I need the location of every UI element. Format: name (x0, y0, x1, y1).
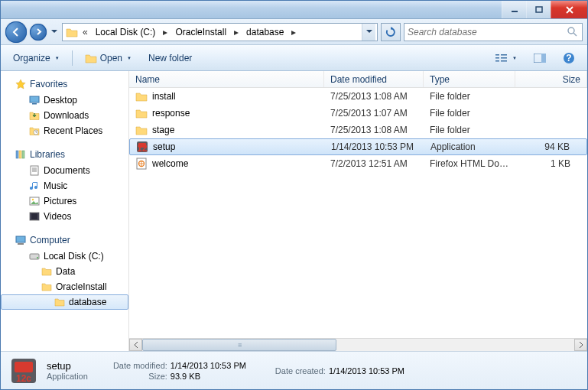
svg-point-34 (37, 257, 38, 258)
nav-label: database (69, 297, 106, 307)
music-icon (28, 180, 41, 192)
computer-header[interactable]: Computer (1, 232, 128, 249)
libraries-icon (15, 148, 27, 161)
svg-rect-6 (495, 54, 499, 56)
desktop-icon (28, 94, 41, 106)
svg-rect-19 (16, 151, 18, 158)
column-header-size[interactable]: Size (515, 71, 587, 87)
file-row[interactable]: install7/25/2013 1:08 AMFile folder (129, 88, 587, 105)
file-row[interactable]: welcome7/2/2013 12:51 AMFirefox HTML Doc… (129, 155, 587, 172)
file-name: install (152, 91, 176, 102)
nav-recent-places[interactable]: Recent Places (1, 123, 128, 138)
chevron-right-icon[interactable]: ▸ (231, 27, 242, 37)
scroll-right-button[interactable] (574, 339, 587, 351)
svg-rect-1 (536, 7, 542, 12)
breadcrumb-bar[interactable]: « Local Disk (C:)▸ OracleInstall▸ databa… (62, 23, 378, 41)
column-header-date[interactable]: Date modified (324, 71, 424, 87)
maximize-button[interactable] (526, 1, 551, 18)
file-row[interactable]: stage7/25/2013 1:08 AMFile folder (129, 122, 587, 138)
nav-videos[interactable]: Videos (1, 209, 128, 224)
crumb-overflow[interactable]: « (80, 27, 91, 37)
svg-rect-17 (32, 103, 37, 105)
svg-text:12: 12 (137, 143, 148, 153)
file-date: 7/2/2013 12:51 AM (324, 158, 424, 169)
explorer-window: « Local Disk (C:)▸ OracleInstall▸ databa… (0, 0, 588, 390)
file-row[interactable]: 12setup1/14/2013 10:53 PMApplication94 K… (129, 138, 587, 155)
view-options-button[interactable]: ▼ (489, 49, 523, 67)
body: Favorites Desktop Downloads Recent Place… (1, 71, 587, 351)
svg-rect-9 (501, 54, 507, 56)
crumb-local-disk[interactable]: Local Disk (C:) (91, 27, 161, 37)
open-button[interactable]: Open▼ (79, 49, 138, 67)
back-button[interactable] (5, 21, 27, 43)
help-button[interactable]: ? (557, 49, 581, 67)
column-header-name[interactable]: Name (129, 71, 324, 87)
search-box[interactable] (404, 23, 583, 41)
crumb-database[interactable]: database (242, 27, 288, 37)
search-input[interactable] (408, 27, 567, 37)
nav-documents[interactable]: Documents (1, 163, 128, 178)
open-icon (85, 52, 97, 64)
refresh-button[interactable] (381, 23, 401, 41)
computer-icon (15, 234, 27, 246)
nav-label: Videos (44, 211, 71, 222)
svg-rect-11 (501, 60, 507, 62)
libraries-header[interactable]: Libraries (1, 146, 128, 163)
file-type: File folder (424, 125, 515, 135)
title-bar[interactable] (1, 1, 587, 19)
folder-icon (54, 296, 66, 308)
nav-desktop[interactable]: Desktop (1, 93, 128, 108)
address-history-dropdown[interactable] (362, 24, 375, 41)
crumb-oracleinstall[interactable]: OracleInstall (171, 27, 231, 37)
selected-file-icon: 12c (8, 356, 39, 386)
folder-icon (64, 24, 80, 40)
file-row[interactable]: response7/25/2013 1:07 AMFile folder (129, 105, 587, 122)
file-date: 7/25/2013 1:08 AM (324, 125, 424, 135)
nav-local-disk-c[interactable]: Local Disk (C:) (1, 249, 128, 264)
file-type: Firefox HTML Doc... (424, 158, 515, 169)
nav-label: OracleInstall (56, 281, 107, 292)
file-list[interactable]: install7/25/2013 1:08 AMFile folderrespo… (129, 88, 587, 338)
svg-rect-13 (541, 54, 546, 63)
file-date: 7/25/2013 1:07 AM (324, 108, 424, 119)
scroll-thumb[interactable]: ≡ (142, 339, 336, 351)
file-type: File folder (424, 91, 515, 102)
nav-pictures[interactable]: Pictures (1, 193, 128, 209)
forward-button[interactable] (30, 24, 47, 41)
nav-downloads[interactable]: Downloads (1, 108, 128, 123)
svg-text:?: ? (566, 53, 571, 63)
file-name: response (152, 108, 190, 119)
scroll-left-button[interactable] (129, 339, 142, 351)
svg-line-5 (573, 33, 577, 36)
nav-oracleinstall[interactable]: OracleInstall (1, 279, 128, 294)
chevron-right-icon[interactable]: ▸ (288, 27, 299, 37)
file-name: stage (152, 125, 174, 135)
organize-button[interactable]: Organize▼ (7, 50, 66, 67)
navigation-pane[interactable]: Favorites Desktop Downloads Recent Place… (1, 71, 129, 351)
favorites-header[interactable]: Favorites (1, 76, 128, 93)
horizontal-scrollbar[interactable]: ≡ (129, 338, 587, 351)
nav-data[interactable]: Data (1, 264, 128, 279)
preview-pane-button[interactable] (528, 49, 552, 67)
search-icon[interactable] (567, 26, 579, 38)
close-button[interactable] (551, 1, 587, 18)
minimize-button[interactable] (502, 1, 526, 18)
nav-music[interactable]: Music (1, 178, 128, 193)
svg-rect-31 (16, 236, 25, 242)
new-folder-button[interactable]: New folder (142, 50, 198, 67)
nav-label: Recent Places (44, 125, 102, 136)
details-title: setup (47, 360, 88, 372)
folder-icon (135, 90, 148, 102)
setup-icon: 12 (136, 141, 148, 153)
scroll-track[interactable]: ≡ (142, 339, 574, 351)
column-header-type[interactable]: Type (424, 71, 515, 87)
help-icon: ? (563, 52, 575, 64)
nav-database[interactable]: database (1, 294, 128, 310)
nav-label: Data (56, 266, 75, 277)
svg-rect-30 (37, 213, 39, 220)
history-dropdown[interactable] (50, 24, 59, 40)
nav-label: Downloads (44, 110, 89, 121)
videos-icon (28, 210, 41, 223)
chevron-right-icon[interactable]: ▸ (160, 27, 171, 37)
svg-rect-7 (495, 57, 499, 59)
